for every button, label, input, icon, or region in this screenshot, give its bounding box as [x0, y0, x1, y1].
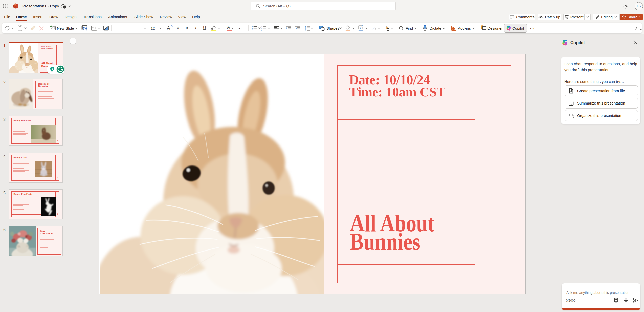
svg-text:P: P	[14, 5, 16, 7]
svg-text:3: 3	[261, 29, 262, 31]
